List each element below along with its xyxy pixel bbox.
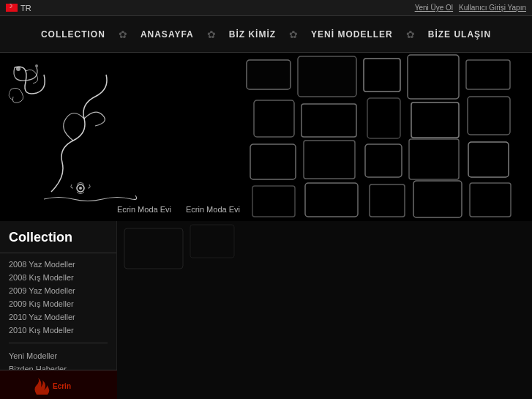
svg-rect-21 bbox=[247, 60, 291, 89]
main-panel-background bbox=[117, 221, 532, 399]
nav-sep-2: ✿ bbox=[207, 29, 216, 40]
sidebar-link-2010kis[interactable]: 2010 Kış Modeller bbox=[0, 324, 116, 337]
svg-rect-29 bbox=[117, 221, 532, 399]
sidebar-link-yenimodeller[interactable]: Yeni Modeller bbox=[0, 349, 116, 362]
sidebar-divider bbox=[9, 343, 108, 343]
top-bar: TR Yeni Üye Ol Kullanıcı Girişi Yapın bbox=[0, 0, 532, 16]
main-panel bbox=[117, 221, 532, 399]
nav-sep-1: ✿ bbox=[119, 29, 127, 40]
svg-rect-22 bbox=[298, 56, 356, 97]
flag-icon bbox=[6, 4, 18, 12]
sidebar-link-2008yaz[interactable]: 2008 Yaz Modeller bbox=[0, 258, 116, 271]
sidebar-link-2008kis[interactable]: 2008 Kış Modeller bbox=[0, 271, 116, 284]
nav-anasayfa[interactable]: ANASAYFA bbox=[127, 16, 207, 52]
sidebar-title: Collection bbox=[0, 230, 116, 253]
svg-point-25 bbox=[35, 64, 38, 67]
register-link[interactable]: Yeni Üye Ol bbox=[415, 4, 453, 12]
sidebar-link-2009kis[interactable]: 2009 Kış Modeller bbox=[0, 297, 116, 310]
login-link[interactable]: Kullanıcı Girişi Yapın bbox=[459, 4, 526, 12]
nav-sep-4: ✿ bbox=[406, 29, 415, 40]
brand-logo-icon: Ecrin bbox=[22, 374, 95, 396]
content-area: Collection 2008 Yaz Modeller 2008 Kış Mo… bbox=[0, 221, 532, 399]
breadcrumb: Ecrin Moda Evi Ecrin Moda Evi bbox=[117, 205, 240, 214]
svg-point-24 bbox=[16, 67, 20, 71]
breadcrumb-item-1[interactable]: Ecrin Moda Evi bbox=[117, 205, 171, 214]
hero-background bbox=[225, 53, 532, 221]
sidebar-link-2009yaz[interactable]: 2009 Yaz Modeller bbox=[0, 284, 116, 297]
ornament-decoration bbox=[7, 60, 168, 206]
bottom-logo: Ecrin bbox=[0, 370, 117, 399]
nav-yenimodeller[interactable]: YENİ MODELLER bbox=[298, 16, 406, 52]
nav-sep-3: ✿ bbox=[289, 29, 298, 40]
nav-collection[interactable]: COLLECTION bbox=[28, 16, 119, 52]
nav-bizeulasin[interactable]: BİZE ULAŞIN bbox=[415, 16, 504, 52]
top-bar-left: TR bbox=[6, 4, 31, 12]
breadcrumb-item-2[interactable]: Ecrin Moda Evi bbox=[186, 205, 240, 214]
hero-banner: Ecrin Moda Evi Ecrin Moda Evi bbox=[0, 53, 532, 221]
sidebar-link-2010yaz[interactable]: 2010 Yaz Modeller bbox=[0, 310, 116, 324]
svg-rect-23 bbox=[7, 60, 168, 206]
sidebar: Collection 2008 Yaz Modeller 2008 Kış Mo… bbox=[0, 221, 117, 399]
top-bar-right: Yeni Üye Ol Kullanıcı Girişi Yapın bbox=[415, 4, 526, 12]
svg-point-27 bbox=[79, 187, 82, 190]
locale-label: TR bbox=[20, 4, 31, 12]
nav-bizkimiz[interactable]: BİZ KİMİZ bbox=[216, 16, 289, 52]
svg-text:Ecrin: Ecrin bbox=[53, 382, 71, 390]
navigation: COLLECTION ✿ ANASAYFA ✿ BİZ KİMİZ ✿ YENİ… bbox=[0, 16, 532, 53]
